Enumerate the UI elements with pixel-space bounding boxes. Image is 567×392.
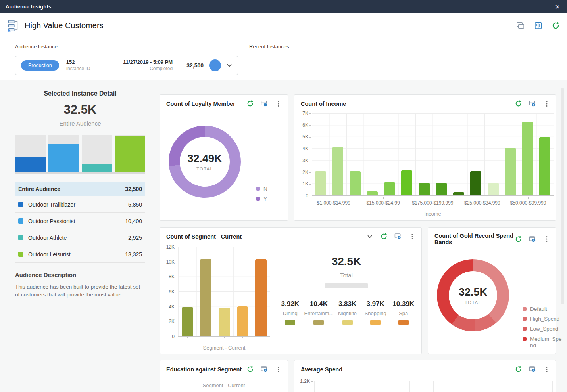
stat-item: 10.4KEntertainm... <box>304 300 334 325</box>
refresh-icon[interactable] <box>552 21 560 30</box>
kebab-icon[interactable] <box>543 366 550 373</box>
page-header: High Value Customers <box>0 13 567 38</box>
export-icon[interactable] <box>529 365 536 373</box>
legend-item[interactable]: Medium_Spend <box>523 336 565 349</box>
bar[interactable] <box>453 192 464 195</box>
bar[interactable] <box>505 148 516 195</box>
bar[interactable] <box>182 307 193 336</box>
bar[interactable] <box>522 122 533 195</box>
catalog-book-icon[interactable] <box>534 21 543 30</box>
bar[interactable] <box>384 182 395 195</box>
refresh-icon[interactable] <box>515 100 522 107</box>
x-axis-label: $175,000-$199,999 <box>412 200 453 206</box>
duplicate-cards-icon[interactable] <box>516 21 525 30</box>
segment-stats: 3.92KDining10.4KEntertainm...3.83KNightl… <box>276 300 417 325</box>
description-text: This audience has been built to provide … <box>15 283 145 299</box>
bar-slot <box>536 113 554 195</box>
bar[interactable] <box>539 137 550 195</box>
card-segment-current: Count of Segment - Current 12K10K8K6K4K2… <box>160 227 422 354</box>
x-axis-tick <box>334 197 334 199</box>
x-axis-tick <box>206 337 206 338</box>
bar[interactable] <box>237 306 248 336</box>
bar[interactable] <box>401 170 412 195</box>
refresh-icon[interactable] <box>380 233 388 240</box>
export-icon[interactable] <box>394 233 402 240</box>
mini-column[interactable] <box>82 135 112 172</box>
kebab-icon[interactable] <box>543 100 550 107</box>
mini-column[interactable] <box>48 135 79 172</box>
audience-list: Entire Audience32,500Outdoor Trailblazer… <box>15 182 145 263</box>
list-item[interactable]: Outdoor Athlete2,925 <box>15 229 145 246</box>
bar[interactable] <box>200 259 211 336</box>
bar[interactable] <box>332 147 343 195</box>
bar[interactable] <box>419 183 430 195</box>
chevron-icon[interactable] <box>366 233 373 240</box>
export-icon[interactable] <box>261 365 268 373</box>
x-axis-label: $25,000-$34,999 <box>464 200 500 206</box>
legend-item[interactable]: N <box>256 186 267 192</box>
instance-size-dot <box>209 59 221 71</box>
bar[interactable] <box>255 259 267 336</box>
bar-slot <box>178 247 196 336</box>
mini-column-fill <box>15 157 46 172</box>
scrollbar-thumb[interactable] <box>561 88 564 304</box>
list-item[interactable]: Outdoor Passionist10,400 <box>15 213 145 229</box>
refresh-icon[interactable] <box>246 365 254 373</box>
bar[interactable] <box>219 308 230 336</box>
instance-id-block: 152 Instance ID <box>66 59 90 71</box>
list-item[interactable]: Outdoor Trailblazer5,850 <box>15 196 145 213</box>
refresh-icon[interactable] <box>515 235 522 243</box>
refresh-icon[interactable] <box>515 365 522 373</box>
mini-column[interactable] <box>15 135 46 172</box>
audience-insights-app: Audience Insights × High Value Customers <box>0 0 567 392</box>
refresh-icon[interactable] <box>246 100 254 107</box>
stat-swatch <box>370 320 381 325</box>
kebab-icon[interactable] <box>275 100 282 107</box>
legend-item[interactable]: Y <box>256 196 267 202</box>
gold-donut-chart: 32.5K TOTAL DefaultHigh_SpendLow_SpendMe… <box>437 259 509 331</box>
bar-slot <box>233 247 252 336</box>
kebab-icon[interactable] <box>409 233 416 240</box>
export-icon[interactable] <box>529 100 536 107</box>
export-icon[interactable] <box>261 100 268 107</box>
bar[interactable] <box>367 191 378 195</box>
export-icon[interactable] <box>529 235 536 243</box>
bar[interactable] <box>436 183 447 195</box>
close-icon[interactable]: × <box>554 3 561 11</box>
mini-column[interactable] <box>115 135 145 172</box>
donut-center: 32.5K TOTAL <box>437 259 509 331</box>
y-axis-tick: 10K <box>166 259 177 265</box>
instance-selector[interactable]: Production 152 Instance ID 11/27/2019 - … <box>15 56 238 75</box>
list-item-value: 13,325 <box>125 251 142 258</box>
bar[interactable] <box>315 171 326 195</box>
stat-swatch <box>313 320 324 325</box>
list-item[interactable]: Entire Audience32,500 <box>15 182 145 196</box>
x-axis <box>178 337 270 340</box>
x-axis-tick <box>187 337 188 338</box>
bar-slot <box>398 113 416 195</box>
stat-swatch <box>342 320 353 325</box>
bar[interactable] <box>488 183 499 195</box>
legend-item[interactable]: Low_Spend <box>523 326 565 332</box>
audience-total: 32.5K <box>15 103 145 117</box>
chevron-down-icon[interactable] <box>226 62 233 69</box>
bar[interactable] <box>350 171 361 195</box>
kebab-icon[interactable] <box>275 366 282 373</box>
kebab-icon[interactable] <box>543 235 550 243</box>
card-loyalty-member: Count of Loyalty Member 32.49K TOTAL NY <box>160 94 288 221</box>
legend-item[interactable]: High_Spend <box>523 316 565 322</box>
card-title: Count of Income <box>301 101 346 107</box>
legend-dot <box>256 187 260 191</box>
y-axis-tick: 12K <box>166 244 177 250</box>
y-axis-tick: 6K <box>302 122 311 128</box>
legend-label: Low_Spend <box>530 326 558 332</box>
legend-item[interactable]: Default <box>523 306 565 312</box>
bar-slot <box>329 113 347 195</box>
x-axis-tick <box>482 197 482 199</box>
window-titlebar: Audience Insights × <box>0 0 567 13</box>
list-item[interactable]: Outdoor Leisurist13,325 <box>15 246 145 263</box>
stat-value: 3.83K <box>333 300 361 308</box>
bar[interactable] <box>470 171 481 195</box>
audience-instance-label: Audience Instance <box>15 44 58 50</box>
instance-bar: Audience Instance Recent Instances Produ… <box>0 38 567 80</box>
